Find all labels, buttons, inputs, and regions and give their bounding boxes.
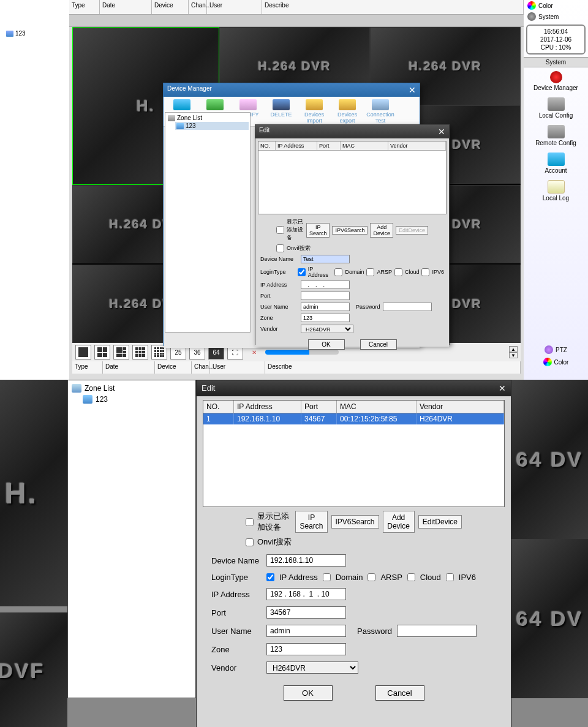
col-device[interactable]: Device [155,361,192,374]
remote-config-button[interactable]: Remote Config [524,121,588,149]
port-input[interactable] [266,606,346,619]
col-ip[interactable]: IP Address [276,141,317,150]
col-user[interactable]: User [207,0,262,14]
domain-checkbox[interactable] [334,268,342,276]
cancel-button[interactable]: Cancel [360,339,397,350]
cloud-checkbox[interactable] [394,268,402,276]
ip-input[interactable] [266,588,346,600]
ip-input[interactable] [301,281,350,289]
delete-button[interactable]: DELETE [265,99,297,124]
edit-device-button[interactable]: EditDevice [418,515,462,529]
ip-search-button[interactable]: IP Search [295,511,327,533]
col-type[interactable]: Type [72,361,103,374]
device-name-input[interactable] [266,554,346,567]
col-date[interactable]: Date [100,0,152,14]
disconnect-icon: ✕ [252,349,257,356]
domain-checkbox[interactable] [323,573,331,581]
dm-titlebar[interactable]: Device Manager ✕ [164,83,420,97]
close-icon[interactable]: ✕ [438,127,445,137]
color-item[interactable]: Color [524,0,588,11]
onvif-checkbox[interactable] [246,538,254,546]
add-device-button[interactable]: Add Device [370,223,393,238]
col-ip[interactable]: IP Address [234,401,301,413]
col-vendor[interactable]: Vendor [417,401,504,413]
edit-big-titlebar[interactable]: Edit ✕ [197,380,511,396]
local-log-button[interactable]: Local Log [524,176,588,204]
close-icon[interactable]: ✕ [409,85,416,95]
show-added-checkbox[interactable] [276,226,284,234]
devname-label: Device Name [211,556,262,565]
export-button[interactable]: Devices export [331,99,363,124]
col-chan[interactable]: Chan… [189,0,207,14]
col-type[interactable]: Type [69,0,100,14]
col-desc[interactable]: Describe [265,361,521,374]
zone-input[interactable] [301,314,350,322]
system-item[interactable]: System [524,11,588,22]
add-icon [206,99,224,110]
zone-input[interactable] [266,643,346,655]
username-input[interactable] [301,303,350,311]
cloud-checkbox[interactable] [407,573,415,581]
layout-6-button[interactable] [113,345,129,360]
ip-list[interactable]: NO. IP Address Port MAC Vendor 1 192.168… [203,400,505,507]
scroll-up-button[interactable]: ▲ [509,346,518,352]
cancel-button[interactable]: Cancel [375,685,424,701]
device-manager-button[interactable]: Device Manager [524,67,588,94]
device-name-input[interactable] [301,255,350,263]
close-icon[interactable]: ✕ [499,383,506,393]
layout-9-button[interactable] [132,345,148,360]
port-label: Port [260,293,298,299]
col-mac[interactable]: MAC [337,401,417,413]
show-added-checkbox[interactable] [246,518,254,526]
arsp-checkbox[interactable] [366,268,374,276]
vendor-select[interactable]: H264DVR [301,325,353,333]
ip-checkbox[interactable] [298,268,306,276]
tree-item[interactable]: 123 [4,28,69,39]
ip-checkbox[interactable] [266,573,274,581]
local-config-button[interactable]: Local Config [524,94,588,121]
password-input[interactable] [383,303,432,311]
add-device-button[interactable]: Add Device [383,511,415,533]
layout-1-button[interactable] [75,345,91,360]
col-chan[interactable]: Chan… [192,361,210,374]
color-item-2[interactable]: Color [524,355,588,370]
ok-button[interactable]: OK [284,685,333,701]
col-port[interactable]: Port [317,141,341,150]
zone-list-node[interactable]: Zone List [70,383,193,394]
col-date[interactable]: Date [103,361,155,374]
onvif-checkbox[interactable] [276,244,284,252]
password-input[interactable] [397,625,477,637]
arsp-checkbox[interactable] [368,573,375,581]
col-device[interactable]: Device [152,0,189,14]
ipv6-checkbox[interactable] [446,573,454,581]
color-icon [543,358,552,366]
ipv6-search-button[interactable]: IPV6Search [331,515,379,529]
zone-list-node[interactable]: Zone List [167,114,249,122]
col-mac[interactable]: MAC [341,141,388,150]
edit-titlebar[interactable]: Edit ✕ [255,125,449,138]
test-button[interactable]: Connection Test [364,99,396,124]
list-row[interactable]: 1 192.168.1.10 34567 00:12:15:2b:5f:85 H… [203,413,504,424]
col-desc[interactable]: Describe [262,0,524,14]
layout-4-button[interactable] [94,345,110,360]
col-no[interactable]: NO. [203,401,234,413]
zone-item[interactable]: 123 [81,394,193,405]
ip-list[interactable]: NO. IP Address Port MAC Vendor [258,141,447,214]
account-button[interactable]: Account [524,149,588,176]
scroll-down-button[interactable]: ▼ [509,352,518,358]
col-port[interactable]: Port [301,401,337,413]
col-no[interactable]: NO. [258,141,276,150]
vendor-select[interactable]: H264DVR [266,661,358,674]
ipv6-checkbox[interactable] [421,268,429,276]
col-user[interactable]: User [210,361,265,374]
import-button[interactable]: Devices Import [298,99,330,124]
ipv6-search-button[interactable]: IPV6Search [332,226,368,235]
ok-button[interactable]: OK [308,339,345,350]
col-vendor[interactable]: Vendor [388,141,446,150]
edit-device-button[interactable]: EditDevice [396,226,428,235]
volume-slider[interactable] [265,350,339,355]
username-input[interactable] [266,625,346,637]
port-input[interactable] [301,292,350,300]
zone-item[interactable]: 123 [175,122,249,130]
ip-search-button[interactable]: IP Search [306,223,330,238]
